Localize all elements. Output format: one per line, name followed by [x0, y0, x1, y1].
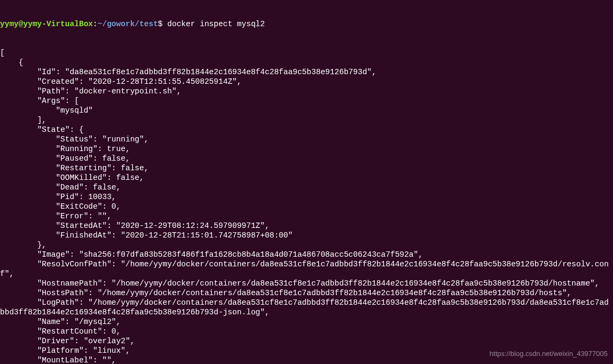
watermark-text: https://blog.csdn.net/weixin_43977005: [490, 349, 608, 359]
output-line: "Args": [: [0, 96, 613, 106]
output-line: "Created": "2020-12-28T12:51:55.45082591…: [0, 77, 613, 86]
output-line: {: [0, 58, 613, 67]
prompt-dollar: $: [158, 20, 167, 28]
output-line: "Error": "",: [0, 211, 613, 221]
output-line: "Running": true,: [0, 144, 613, 154]
output-line: "mysqld": [0, 106, 613, 115]
output-line: "Driver": "overlay2",: [0, 336, 613, 346]
prompt-line: yymy@yymy-VirtualBox:~/gowork/test$ dock…: [0, 19, 613, 29]
output-line: "Pid": 10033,: [0, 192, 613, 202]
command-text: docker inspect mysql2: [167, 20, 265, 28]
output-line: "ResolvConfPath": "/home/yymy/docker/con…: [0, 259, 613, 279]
output-line: "Status": "running",: [0, 134, 613, 144]
prompt-path: ~/gowork/test: [98, 20, 158, 28]
output-line: "Path": "docker-entrypoint.sh",: [0, 86, 613, 96]
output-line: "Restarting": false,: [0, 163, 613, 173]
output-line: "Paused": false,: [0, 154, 613, 163]
terminal-output[interactable]: yymy@yymy-VirtualBox:~/gowork/test$ dock…: [0, 0, 613, 364]
output-line: "OOMKilled": false,: [0, 173, 613, 183]
output-line: },: [0, 240, 613, 250]
output-line: ],: [0, 115, 613, 125]
output-line: "LogPath": "/home/yymy/docker/containers…: [0, 298, 613, 317]
output-line: "HostnamePath": "/home/yymy/docker/conta…: [0, 279, 613, 288]
output-line: "HostsPath": "/home/yymy/docker/containe…: [0, 288, 613, 298]
output-line: "State": {: [0, 125, 613, 134]
output-line: [: [0, 48, 613, 58]
output-line: "FinishedAt": "2020-12-28T21:15:01.74275…: [0, 231, 613, 240]
prompt-user-host: yymy@yymy-VirtualBox: [0, 20, 93, 28]
output-line: "RestartCount": 0,: [0, 327, 613, 336]
output-line: "StartedAt": "2020-12-29T08:12:24.597909…: [0, 221, 613, 231]
output-line: "ExitCode": 0,: [0, 202, 613, 211]
output-container: [ { "Id": "da8ea531cf8e1c7adbbd3ff82b184…: [0, 48, 613, 364]
prompt-colon: :: [93, 20, 98, 28]
output-line: "Id": "da8ea531cf8e1c7adbbd3ff82b1844e2c…: [0, 67, 613, 77]
output-line: "Image": "sha256:f07dfa83b5283f486f1fa16…: [0, 250, 613, 259]
output-line: "Dead": false,: [0, 183, 613, 192]
output-line: "Name": "/mysql2",: [0, 317, 613, 327]
